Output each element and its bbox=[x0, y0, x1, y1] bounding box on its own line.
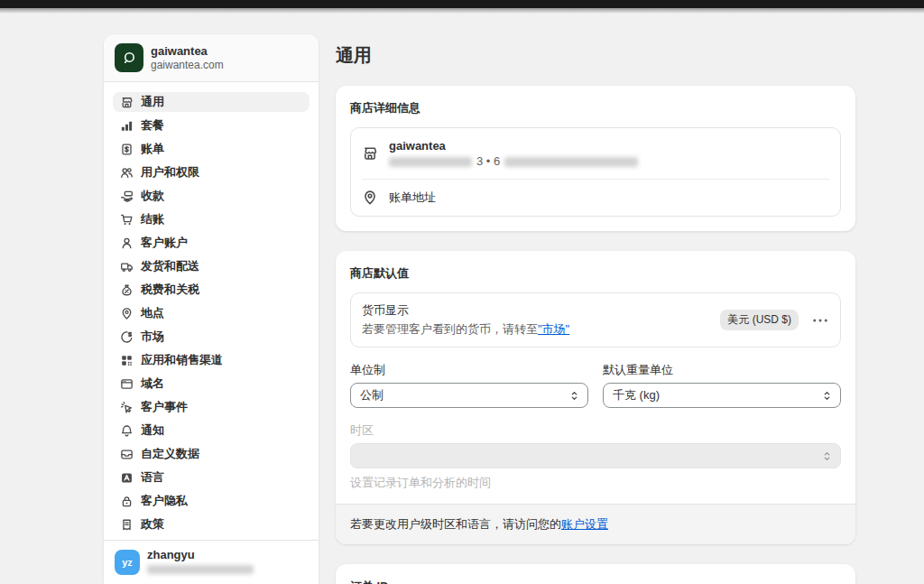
sidebar-item-notifications[interactable]: 通知 bbox=[113, 421, 310, 440]
sidebar-item-label: 结账 bbox=[141, 211, 164, 227]
sidebar-item-label: 通用 bbox=[141, 94, 164, 110]
checkout-cart-icon bbox=[120, 213, 134, 227]
user-name: zhangyu bbox=[147, 548, 254, 561]
sidebar-item-users-permissions[interactable]: 用户和权限 bbox=[113, 162, 310, 182]
domains-icon bbox=[120, 377, 134, 391]
sidebar-item-label: 语言 bbox=[141, 469, 164, 486]
store-name: gaiwantea bbox=[151, 44, 224, 59]
order-id-card: 订单 ID 在订单页面、客户页面和客户订单通知中显示，用于标识订单。 前缀 后缀 bbox=[336, 564, 855, 584]
sidebar-item-locations[interactable]: 地点 bbox=[113, 303, 310, 323]
store-profile-row[interactable]: gaiwantea 3 • 6 bbox=[351, 128, 840, 179]
billing-address-row[interactable]: 账单地址 bbox=[351, 180, 840, 216]
sidebar-item-languages[interactable]: 语言 bbox=[113, 468, 310, 487]
billing-address-label: 账单地址 bbox=[389, 190, 436, 206]
markets-icon bbox=[120, 330, 134, 344]
settings-content: 通用 商店详细信息 gaiwantea 3 • 6 bbox=[336, 34, 855, 584]
location-pin-icon bbox=[120, 307, 134, 320]
store-profile-name: gaiwantea bbox=[389, 138, 638, 153]
taxes-icon bbox=[120, 283, 134, 297]
card-heading: 订单 ID bbox=[350, 579, 841, 584]
settings-page: gaiwantea gaiwantea.com 通用套餐账单用户和权限收款结账客… bbox=[0, 14, 924, 584]
languages-icon bbox=[120, 471, 134, 485]
sidebar-item-apps-sales-channels[interactable]: 应用和销售渠道 bbox=[113, 350, 310, 370]
customer-icon bbox=[120, 236, 134, 250]
timezone-label: 时区 bbox=[350, 422, 841, 439]
settings-nav: 通用套餐账单用户和权限收款结账客户账户发货和配送税费和关税地点市场应用和销售渠道… bbox=[104, 82, 319, 540]
sidebar-item-label: 客户事件 bbox=[141, 399, 188, 415]
currency-display-description: 若要管理客户看到的货币，请转至"市场" bbox=[362, 321, 569, 338]
shipping-truck-icon bbox=[120, 260, 134, 273]
sidebar-item-label: 政策 bbox=[141, 516, 164, 533]
sidebar-item-domains[interactable]: 域名 bbox=[113, 374, 310, 394]
sidebar-item-custom-data[interactable]: 自定义数据 bbox=[113, 444, 310, 464]
sidebar-item-checkout[interactable]: 结账 bbox=[113, 209, 310, 229]
sidebar-item-general[interactable]: 通用 bbox=[113, 92, 310, 112]
apps-icon bbox=[120, 354, 134, 367]
currency-display-row: 货币显示 若要管理客户看到的货币，请转至"市场" 美元 (USD $) bbox=[350, 292, 841, 348]
plan-icon bbox=[120, 119, 134, 133]
sidebar-item-shipping-delivery[interactable]: 发货和配送 bbox=[113, 256, 310, 276]
account-settings-link[interactable]: 账户设置 bbox=[561, 517, 608, 531]
customer-events-icon bbox=[120, 401, 134, 414]
store-details-card: 商店详细信息 gaiwantea 3 • 6 bbox=[336, 86, 855, 231]
sidebar-item-label: 用户和权限 bbox=[141, 164, 199, 181]
redacted-email bbox=[504, 157, 638, 167]
timezone-field: 时区 设置记录订单和分析的时间 bbox=[350, 422, 841, 491]
store-header[interactable]: gaiwantea gaiwantea.com bbox=[104, 34, 319, 82]
defaults-fields-row: 单位制 公制 默认重量单位 千克 (kg) bbox=[350, 362, 841, 408]
weight-unit-label: 默认重量单位 bbox=[603, 362, 841, 378]
admin-topbar bbox=[0, 0, 924, 8]
card-heading: 商店详细信息 bbox=[350, 100, 841, 116]
sidebar-item-label: 地点 bbox=[141, 305, 164, 321]
card-heading: 商店默认值 bbox=[350, 265, 841, 282]
location-pin-icon bbox=[362, 190, 378, 206]
sidebar-item-policies[interactable]: 政策 bbox=[113, 514, 310, 534]
sidebar-item-label: 自定义数据 bbox=[141, 446, 199, 462]
sidebar-item-label: 套餐 bbox=[141, 117, 164, 134]
storefront-icon bbox=[362, 145, 378, 162]
sidebar-item-label: 市场 bbox=[141, 329, 164, 345]
sidebar-item-label: 通知 bbox=[141, 422, 164, 439]
sidebar-item-customer-events[interactable]: 客户事件 bbox=[113, 397, 310, 417]
redacted-phone bbox=[389, 157, 472, 167]
sidebar-item-label: 收款 bbox=[141, 188, 164, 204]
user-avatar: yz bbox=[115, 550, 140, 575]
dots-horizontal-icon[interactable] bbox=[811, 311, 829, 329]
contact-visible-fragment: 3 • 6 bbox=[476, 154, 500, 169]
chevron-updown-icon bbox=[568, 390, 580, 402]
page-title: 通用 bbox=[336, 43, 855, 68]
chevron-updown-icon bbox=[821, 450, 833, 462]
markets-link[interactable]: "市场" bbox=[538, 322, 569, 336]
sidebar-item-payments[interactable]: 收款 bbox=[113, 186, 310, 206]
payments-icon bbox=[120, 190, 134, 203]
store-defaults-card: 商店默认值 货币显示 若要管理客户看到的货币，请转至"市场" 美元 (USD $… bbox=[336, 251, 855, 544]
sidebar-item-label: 账单 bbox=[141, 141, 164, 157]
storefront-icon bbox=[120, 96, 134, 109]
store-contact-line: 3 • 6 bbox=[389, 154, 638, 169]
sidebar-item-customer-accounts[interactable]: 客户账户 bbox=[113, 233, 310, 253]
store-details-box: gaiwantea 3 • 6 账单地址 bbox=[350, 127, 841, 217]
policies-icon bbox=[120, 518, 134, 532]
bell-icon bbox=[120, 424, 134, 438]
sidebar-item-label: 域名 bbox=[141, 375, 164, 392]
sidebar-item-plan[interactable]: 套餐 bbox=[113, 116, 310, 135]
sidebar-item-customer-privacy[interactable]: 客户隐私 bbox=[113, 491, 310, 511]
timezone-helper-text: 设置记录订单和分析的时间 bbox=[350, 475, 841, 491]
sidebar-item-label: 客户账户 bbox=[141, 235, 188, 251]
sidebar-item-label: 应用和销售渠道 bbox=[141, 352, 223, 368]
sidebar-item-label: 发货和配送 bbox=[141, 258, 199, 274]
store-logo-icon bbox=[115, 43, 143, 72]
user-account[interactable]: yz zhangyu bbox=[104, 540, 319, 584]
sidebar-item-billing[interactable]: 账单 bbox=[113, 139, 310, 159]
redacted-user-email bbox=[147, 565, 254, 574]
users-icon bbox=[120, 166, 134, 180]
weight-unit-select[interactable]: 千克 (kg) bbox=[603, 383, 841, 408]
lock-icon bbox=[120, 495, 134, 508]
custom-data-icon bbox=[120, 448, 134, 461]
sidebar-item-markets[interactable]: 市场 bbox=[113, 327, 310, 347]
sidebar-item-label: 税费和关税 bbox=[141, 282, 199, 298]
sidebar-item-label: 客户隐私 bbox=[141, 493, 188, 509]
unit-system-select[interactable]: 公制 bbox=[350, 383, 588, 408]
chevron-updown-icon bbox=[821, 390, 833, 402]
sidebar-item-taxes-duties[interactable]: 税费和关税 bbox=[113, 280, 310, 300]
